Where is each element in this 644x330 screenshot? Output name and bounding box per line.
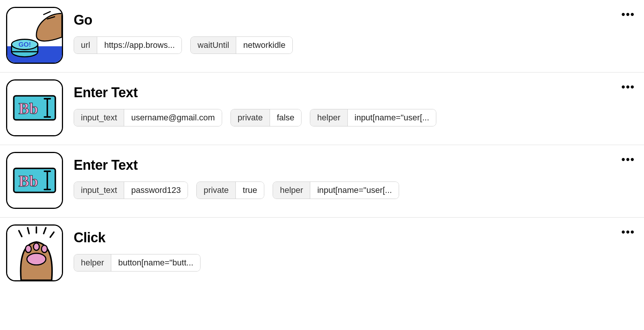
param-value: true: [236, 182, 264, 199]
param-key: input_text: [74, 109, 124, 126]
param-key: private: [231, 109, 270, 126]
step-title: Go: [74, 12, 638, 28]
param-key: helper: [74, 254, 111, 271]
param-value: input[name="user[...: [310, 182, 399, 199]
param-chip[interactable]: helperbutton[name="butt...: [74, 254, 200, 272]
param-key: input_text: [74, 182, 124, 199]
step-body: Enter Textinput_textpassword123privatetr…: [74, 152, 638, 199]
param-chip[interactable]: input_textpassword123: [74, 182, 188, 199]
param-chip[interactable]: urlhttps://app.brows...: [74, 36, 182, 54]
param-value: https://app.brows...: [97, 37, 182, 54]
step-params: input_textpassword123privatetruehelperin…: [74, 182, 638, 199]
param-value: button[name="butt...: [111, 254, 200, 271]
more-options-button[interactable]: •••: [622, 153, 635, 166]
param-key: helper: [310, 109, 347, 126]
param-key: waitUntil: [191, 37, 236, 54]
param-chip[interactable]: helperinput[name="user[...: [310, 109, 436, 126]
more-options-button[interactable]: •••: [622, 226, 635, 238]
param-value: false: [270, 109, 301, 126]
param-chip[interactable]: input_textusername@gmail.com: [74, 109, 222, 126]
step-params: helperbutton[name="butt...: [74, 254, 638, 272]
step-title: Click: [74, 230, 638, 246]
param-key: private: [197, 182, 236, 199]
param-chip[interactable]: privatefalse: [230, 109, 302, 126]
param-value: networkidle: [236, 37, 292, 54]
param-key: helper: [273, 182, 310, 199]
more-options-button[interactable]: •••: [622, 8, 635, 21]
step-body: Gourlhttps://app.brows...waitUntilnetwor…: [74, 7, 638, 54]
click-paw-icon: [6, 224, 63, 281]
step-params: input_textusername@gmail.comprivatefalse…: [74, 109, 638, 126]
param-chip[interactable]: privatetrue: [196, 182, 264, 199]
step-title: Enter Text: [74, 157, 638, 173]
step-body: Enter Textinput_textusername@gmail.compr…: [74, 79, 638, 126]
param-value: input[name="user[...: [348, 109, 436, 126]
param-chip[interactable]: helperinput[name="user[...: [273, 182, 399, 199]
param-chip[interactable]: waitUntilnetworkidle: [190, 36, 292, 54]
param-value: password123: [124, 182, 188, 199]
automation-step: Enter Textinput_textusername@gmail.compr…: [0, 73, 644, 145]
step-title: Enter Text: [74, 85, 638, 101]
go-button-icon: [6, 7, 63, 64]
enter-text-icon: [6, 79, 63, 136]
enter-text-icon: [6, 152, 63, 209]
step-params: urlhttps://app.brows...waitUntilnetworki…: [74, 36, 638, 54]
automation-step: Clickhelperbutton[name="butt...•••: [0, 218, 644, 290]
automation-step: Enter Textinput_textpassword123privatetr…: [0, 145, 644, 218]
step-body: Clickhelperbutton[name="butt...: [74, 224, 638, 272]
param-value: username@gmail.com: [124, 109, 221, 126]
param-key: url: [74, 37, 97, 54]
automation-step: Gourlhttps://app.brows...waitUntilnetwor…: [0, 0, 644, 73]
more-options-button[interactable]: •••: [622, 81, 635, 93]
